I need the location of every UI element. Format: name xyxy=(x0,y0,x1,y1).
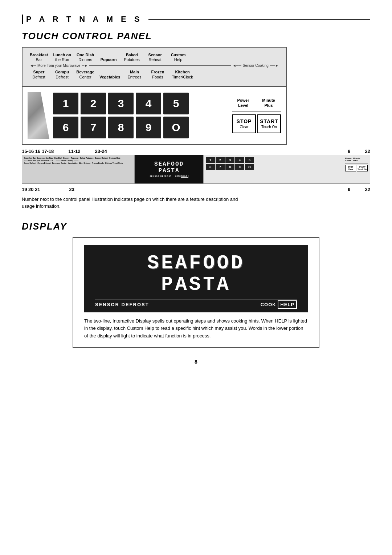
stop-start-row: STOP Clear START Touch On xyxy=(232,114,281,133)
small-key-4: 4 xyxy=(235,157,244,163)
page-number: 8 xyxy=(22,359,370,365)
small-touch-on-label: Touch On xyxy=(358,168,367,170)
key-6[interactable]: 6 xyxy=(53,117,78,138)
small-pasta-text: PASTA xyxy=(158,167,179,174)
small-start-btn: START Touch On xyxy=(357,165,368,171)
small-seafood-text: SEAFOOD xyxy=(154,161,184,167)
display-screen: SEAFOOD PASTA SENSOR DEFROST COOK HELP xyxy=(84,245,308,312)
right-side-panel: PowerLevel MinutePlus STOP Clear START T… xyxy=(232,98,281,133)
key-7[interactable]: 7 xyxy=(81,117,106,138)
small-key-2: 2 xyxy=(216,157,225,163)
stop-clear-button[interactable]: STOP Clear xyxy=(232,114,256,133)
small-keypad-area: 1 2 3 4 5 6 7 8 9 O PowerLevel MinutePlu xyxy=(204,155,370,183)
display-section: DISPLAY SEAFOOD PASTA SENSOR DEFROST COO… xyxy=(22,221,370,348)
custom-help-btn[interactable]: CustomHelp xyxy=(169,53,187,62)
part-names-header: P A R T N A M E S xyxy=(22,15,370,24)
number-keypad: 1 2 3 4 5 6 7 8 9 O xyxy=(53,93,189,138)
key-8[interactable]: 8 xyxy=(108,117,134,138)
seafood-display-text: SEAFOOD xyxy=(147,252,245,274)
help-box: HELP xyxy=(278,300,297,309)
start-label: START xyxy=(260,118,278,124)
key-2[interactable]: 2 xyxy=(81,93,106,114)
small-power-minute: PowerLevel MinutePlus xyxy=(345,157,368,162)
beverage-center-btn[interactable]: BeverageCenter xyxy=(76,70,94,79)
divider-line xyxy=(232,111,281,112)
power-level-btn[interactable]: PowerLevel xyxy=(232,98,254,108)
key-3[interactable]: 3 xyxy=(108,93,134,114)
sensor-defrost-label: SENSOR DEFROST xyxy=(95,302,149,307)
function-buttons-panel: BreakfastBar Lunch onthe Run One DishDin… xyxy=(22,47,287,87)
small-key-9: 9 xyxy=(235,164,244,170)
pasta-display-text: PASTA xyxy=(161,274,231,295)
kitchen-timer-clock-btn[interactable]: KitchenTimer/Clock xyxy=(172,70,193,79)
sensor-reheat-btn[interactable]: SensorReheat xyxy=(146,53,164,62)
display-box: SEAFOOD PASTA SENSOR DEFROST COOK HELP T… xyxy=(73,237,319,348)
small-key-5: 5 xyxy=(245,157,254,163)
function-row-1: BreakfastBar Lunch onthe Run One DishDin… xyxy=(30,53,279,62)
keypad-container: 1 2 3 4 5 6 7 8 9 O PowerLevel MinutePlu… xyxy=(22,87,287,145)
function-row-2: SuperDefrost CompuDefrost BeverageCenter… xyxy=(30,70,279,79)
ref-numbers-top: 15-16 16 17-18 11-12 23-24 9 22 xyxy=(22,149,370,154)
small-key-8: 8 xyxy=(225,164,234,170)
main-entrees-btn[interactable]: MainEntrees xyxy=(125,70,143,79)
super-defrost-btn[interactable]: SuperDefrost xyxy=(30,70,48,79)
display-status-row: SENSOR DEFROST COOK HELP xyxy=(95,299,297,307)
sensor-cooking-arrow-right: ──► xyxy=(270,64,279,68)
key-4[interactable]: 4 xyxy=(136,93,161,114)
note-text: Number next to the control panel illustr… xyxy=(22,196,240,210)
key-1[interactable]: 1 xyxy=(53,93,78,114)
small-power-level: PowerLevel xyxy=(345,157,352,162)
display-description: The two-line, Interactive Display spells… xyxy=(84,317,308,340)
small-keypad-row2: 6 7 8 9 O xyxy=(206,164,254,170)
popcorn-btn[interactable]: Popcorn xyxy=(99,57,118,62)
ref-15-16-17-18: 15-16 16 17-18 xyxy=(22,149,54,154)
angled-decoration xyxy=(28,92,49,139)
compu-defrost-btn[interactable]: CompuDefrost xyxy=(53,70,71,79)
small-key-1: 1 xyxy=(206,157,215,163)
small-stop-btn: STOP Clear xyxy=(345,165,356,171)
small-display-labels: SENSOR DEFROST COOK HELP xyxy=(150,175,188,177)
ref-22-bottom: 22 xyxy=(365,187,370,192)
microwave-arrow-left: ◄─ xyxy=(30,64,36,68)
ref-23-24: 23-24 xyxy=(95,149,107,154)
small-clear-label: Clear xyxy=(348,168,353,170)
small-display-screen: SEAFOOD PASTA SENSOR DEFROST COOK HELP xyxy=(135,155,204,183)
lunch-on-run-btn[interactable]: Lunch onthe Run xyxy=(53,53,71,62)
breakfast-bar-btn[interactable]: BreakfastBar xyxy=(30,53,48,62)
key-0[interactable]: O xyxy=(163,117,189,138)
touch-control-panel-title: TOUCH CONTROL PANEL xyxy=(22,31,370,42)
minute-plus-btn[interactable]: MinutePlus xyxy=(258,98,279,108)
sensor-cooking-arrow-left: ◄── xyxy=(233,64,241,68)
stop-label: STOP xyxy=(237,118,252,124)
ref-23: 23 xyxy=(69,187,74,192)
part-names-title: P A R T N A M E S xyxy=(26,15,143,24)
ref-numbers-bottom: 19 20 21 23 9 22 xyxy=(22,187,370,192)
small-sensor-defrost: SENSOR DEFROST xyxy=(150,175,171,177)
key-9[interactable]: 9 xyxy=(136,117,161,138)
power-minute-row: PowerLevel MinutePlus xyxy=(232,98,281,108)
note-content: Number next to the control panel illustr… xyxy=(22,197,238,209)
ref-9-bottom: 9 xyxy=(348,187,350,192)
small-keypad-row1: 1 2 3 4 5 xyxy=(206,157,254,163)
small-keypad-grid: 1 2 3 4 5 6 7 8 9 O xyxy=(206,157,254,181)
small-left-panel: Breakfast Bar Lunch on the Run One Dish … xyxy=(22,155,135,183)
frozen-foods-btn[interactable]: FrozenFoods xyxy=(148,70,167,79)
ref-9-top: 9 xyxy=(348,149,350,154)
one-dish-dinners-btn[interactable]: One DishDinners xyxy=(76,53,94,62)
display-section-title: DISPLAY xyxy=(22,221,370,232)
ref-22-top: 22 xyxy=(365,149,370,154)
small-right-buttons: PowerLevel MinutePlus STOP Clear START T… xyxy=(345,157,368,181)
small-key-3: 3 xyxy=(225,157,234,163)
ref-19-20-21: 19 20 21 xyxy=(22,187,40,192)
touch-control-panel-section: TOUCH CONTROL PANEL BreakfastBar Lunch o… xyxy=(22,31,370,210)
small-key-6: 6 xyxy=(206,164,215,170)
small-cook-help: COOK HELP xyxy=(175,175,188,177)
vegetables-btn[interactable]: Vegetables xyxy=(99,75,120,80)
microwave-arrow-right: ─► xyxy=(82,64,88,68)
sensor-row-1: ◄─ More from your Microwave ─► ◄── Senso… xyxy=(30,64,279,68)
start-touch-on-button[interactable]: START Touch On xyxy=(257,114,281,133)
baked-potatoes-btn[interactable]: BakedPotatoes xyxy=(123,53,141,62)
key-5[interactable]: 5 xyxy=(163,93,189,114)
ref-11-12: 11-12 xyxy=(68,149,80,154)
small-minute-plus: MinutePlus xyxy=(353,157,360,162)
